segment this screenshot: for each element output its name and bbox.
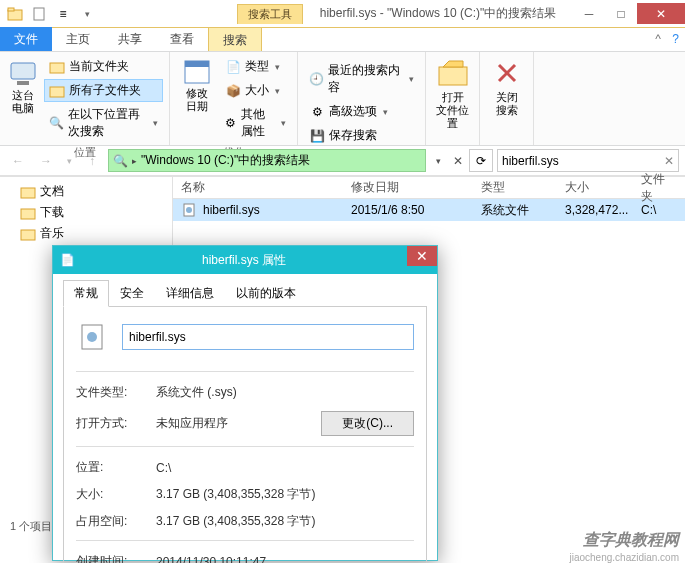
address-stop[interactable]: ✕ bbox=[450, 154, 466, 168]
current-folder-option[interactable]: 当前文件夹 bbox=[44, 55, 163, 78]
other-props-filter[interactable]: ⚙其他属性▾ bbox=[220, 103, 291, 143]
filename-input[interactable] bbox=[122, 324, 414, 350]
recent-locations[interactable]: ▾ bbox=[62, 149, 76, 173]
recent-searches[interactable]: 🕘最近的搜索内容▾ bbox=[304, 59, 419, 99]
svg-rect-15 bbox=[21, 230, 35, 240]
qat-new-icon[interactable] bbox=[28, 3, 50, 25]
recent-icon: 🕘 bbox=[309, 71, 324, 87]
svg-rect-14 bbox=[21, 209, 35, 219]
type-icon: 📄 bbox=[225, 59, 241, 75]
maximize-button[interactable]: □ bbox=[605, 3, 637, 24]
search-tab[interactable]: 搜索 bbox=[208, 27, 262, 51]
svg-rect-5 bbox=[50, 63, 64, 73]
modify-date-button[interactable]: 修改 日期 bbox=[176, 55, 218, 143]
address-toolbar: ← → ▾ ↑ 🔍 ▸ "Windows 10 (C:)"中的搜索结果 ▾ ✕ … bbox=[0, 146, 685, 176]
forward-button[interactable]: → bbox=[34, 149, 58, 173]
this-pc-button[interactable]: 这台 电脑 bbox=[6, 55, 40, 143]
column-headers: 名称 修改日期 类型 大小 文件夹 bbox=[173, 177, 685, 199]
close-button[interactable]: ✕ bbox=[637, 3, 685, 24]
tab-details[interactable]: 详细信息 bbox=[155, 280, 225, 307]
dialog-sysfile-icon: 📄 bbox=[53, 253, 81, 267]
file-type-icon bbox=[76, 321, 108, 353]
open-location-button[interactable]: 打开 文件位置 bbox=[432, 55, 473, 132]
ribbon-group-optimize: 修改 日期 📄类型▾ 📦大小▾ ⚙其他属性▾ 优化 bbox=[170, 52, 298, 145]
ribbon-group-options: 🕘最近的搜索内容▾ ⚙高级选项▾ 💾保存搜索 选项 bbox=[298, 52, 426, 145]
address-clear[interactable]: ▾ bbox=[430, 156, 446, 166]
dialog-close-button[interactable]: ✕ bbox=[407, 246, 437, 266]
svg-rect-13 bbox=[21, 188, 35, 198]
change-button[interactable]: 更改(C)... bbox=[321, 411, 414, 436]
collapse-ribbon-icon[interactable]: ^ bbox=[655, 32, 661, 46]
window-title: hiberfil.sys - "Windows 10 (C:)"中的搜索结果 bbox=[303, 5, 573, 22]
sysfile-icon bbox=[181, 202, 197, 218]
contextual-tab-label: 搜索工具 bbox=[237, 4, 303, 24]
search-again-option[interactable]: 🔍在以下位置再次搜索▾ bbox=[44, 103, 163, 143]
quick-access-toolbar: ≡ ▾ bbox=[0, 3, 102, 25]
size-icon: 📦 bbox=[225, 83, 241, 99]
watermark: 查字典教程网 bbox=[583, 530, 679, 551]
svg-rect-1 bbox=[8, 8, 14, 11]
type-filter[interactable]: 📄类型▾ bbox=[220, 55, 291, 78]
properties-dialog: 📄 hiberfil.sys 属性 ✕ 常规 安全 详细信息 以前的版本 文件类… bbox=[52, 245, 438, 561]
qat-dropdown[interactable]: ▾ bbox=[76, 3, 98, 25]
col-type[interactable]: 类型 bbox=[473, 179, 557, 196]
computer-icon bbox=[7, 57, 39, 89]
svg-rect-8 bbox=[185, 61, 209, 67]
save-icon: 💾 bbox=[309, 128, 325, 144]
svg-rect-6 bbox=[50, 87, 64, 97]
ribbon-tabs: 文件 主页 共享 查看 搜索 ^ ? bbox=[0, 28, 685, 52]
advanced-icon: ⚙ bbox=[309, 104, 325, 120]
view-tab[interactable]: 查看 bbox=[156, 27, 208, 51]
tab-security[interactable]: 安全 bbox=[109, 280, 155, 307]
search-input[interactable] bbox=[502, 154, 664, 168]
share-tab[interactable]: 共享 bbox=[104, 27, 156, 51]
up-button[interactable]: ↑ bbox=[80, 149, 104, 173]
advanced-options[interactable]: ⚙高级选项▾ bbox=[304, 100, 419, 123]
folder-icon bbox=[20, 226, 36, 242]
tab-previous[interactable]: 以前的版本 bbox=[225, 280, 307, 307]
dialog-titlebar[interactable]: 📄 hiberfil.sys 属性 ✕ bbox=[53, 246, 437, 274]
size-filter[interactable]: 📦大小▾ bbox=[220, 79, 291, 102]
open-folder-icon bbox=[437, 57, 469, 89]
minimize-button[interactable]: ─ bbox=[573, 3, 605, 24]
col-folder[interactable]: 文件夹 bbox=[633, 171, 683, 205]
window-controls: ─ □ ✕ bbox=[573, 3, 685, 24]
result-row[interactable]: hiberfil.sys 2015/1/6 8:50 系统文件 3,328,47… bbox=[173, 199, 685, 221]
tree-item-music[interactable]: 音乐 bbox=[2, 223, 170, 244]
dialog-tabs: 常规 安全 详细信息 以前的版本 bbox=[63, 280, 427, 307]
svg-marker-10 bbox=[443, 61, 463, 67]
refresh-button[interactable]: ⟳ bbox=[469, 149, 493, 172]
tree-item-downloads[interactable]: 下载 bbox=[2, 202, 170, 223]
dialog-general-panel: 文件类型:系统文件 (.sys) 打开方式:未知应用程序更改(C)... 位置:… bbox=[63, 307, 427, 563]
search-clear-icon[interactable]: ✕ bbox=[664, 154, 674, 168]
file-tab[interactable]: 文件 bbox=[0, 27, 52, 51]
props-icon: ⚙ bbox=[225, 115, 237, 131]
svg-rect-9 bbox=[439, 67, 467, 85]
svg-rect-4 bbox=[17, 81, 29, 85]
folder-tree-icon bbox=[49, 83, 65, 99]
help-icon[interactable]: ? bbox=[672, 32, 679, 46]
search-box[interactable]: ✕ bbox=[497, 149, 679, 172]
col-name[interactable]: 名称 bbox=[173, 179, 343, 196]
ribbon-group-open: 打开 文件位置 bbox=[426, 52, 480, 145]
tree-item-documents[interactable]: 文档 bbox=[2, 181, 170, 202]
tab-general[interactable]: 常规 bbox=[63, 280, 109, 307]
folder-props-icon[interactable] bbox=[4, 3, 26, 25]
ribbon: 这台 电脑 当前文件夹 所有子文件夹 🔍在以下位置再次搜索▾ 位置 修改 日期 … bbox=[0, 52, 685, 146]
svg-point-17 bbox=[186, 207, 192, 213]
all-subfolders-option[interactable]: 所有子文件夹 bbox=[44, 79, 163, 102]
svg-point-19 bbox=[87, 332, 97, 342]
col-date[interactable]: 修改日期 bbox=[343, 179, 473, 196]
col-size[interactable]: 大小 bbox=[557, 179, 633, 196]
address-bar[interactable]: 🔍 ▸ "Windows 10 (C:)"中的搜索结果 bbox=[108, 149, 426, 172]
address-path: "Windows 10 (C:)"中的搜索结果 bbox=[141, 152, 310, 169]
back-button[interactable]: ← bbox=[6, 149, 30, 173]
save-search[interactable]: 💾保存搜索 bbox=[304, 124, 419, 147]
folder-icon bbox=[49, 59, 65, 75]
svg-rect-2 bbox=[34, 8, 44, 20]
calendar-icon bbox=[181, 55, 213, 87]
qat-props-icon[interactable]: ≡ bbox=[52, 3, 74, 25]
home-tab[interactable]: 主页 bbox=[52, 27, 104, 51]
folder-icon bbox=[20, 184, 36, 200]
close-search-button[interactable]: 关闭 搜索 bbox=[486, 55, 527, 119]
